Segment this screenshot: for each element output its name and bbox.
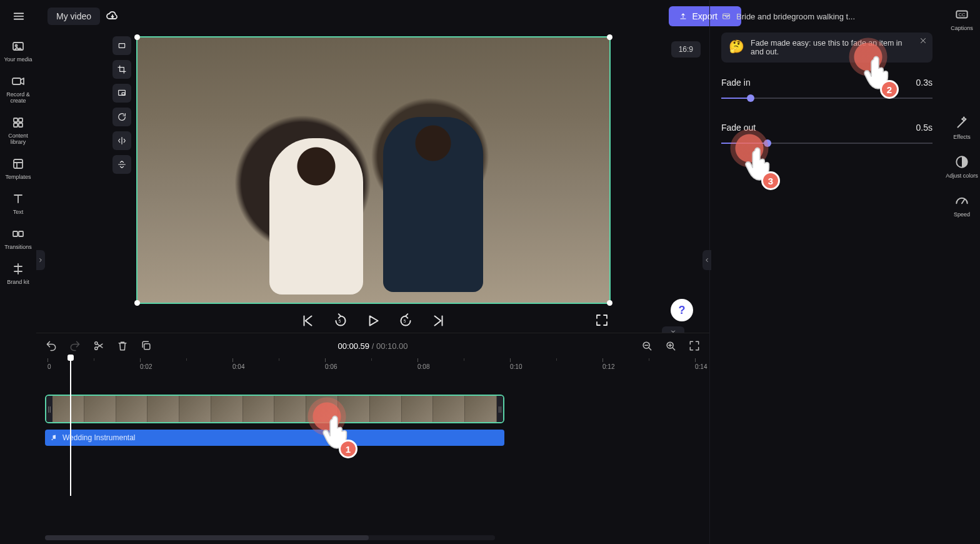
resize-handle-bl[interactable] <box>134 300 140 306</box>
split-button[interactable] <box>92 340 105 352</box>
fade-in-label: Fade in <box>721 78 751 88</box>
svg-rect-15 <box>13 231 18 236</box>
camera-icon <box>11 74 26 89</box>
properties-panel: Bride and bridegroom walking t... 🤔 Fade… <box>709 0 944 544</box>
zoom-in-button[interactable] <box>664 340 677 352</box>
crop-tool[interactable] <box>112 60 131 79</box>
preview-canvas[interactable] <box>136 36 611 304</box>
zoom-fit-button[interactable] <box>688 340 701 352</box>
sidebar-brand-kit[interactable]: Brand kit <box>2 261 34 285</box>
audio-clip[interactable]: Wedding Instrumental <box>45 430 504 446</box>
rotate-tool[interactable] <box>112 108 131 126</box>
fit-tool[interactable] <box>112 36 131 55</box>
pip-tool[interactable] <box>112 84 131 103</box>
tip-text: Fade made easy: use this to fade an item… <box>751 39 910 56</box>
ruler-tick: 0:10 <box>510 358 522 370</box>
hamburger-menu[interactable] <box>8 5 30 28</box>
transitions-icon <box>11 226 26 241</box>
cloud-sync-icon <box>105 9 120 24</box>
flip-h-tool[interactable] <box>112 131 131 150</box>
svg-rect-8 <box>14 123 18 127</box>
fullscreen-button[interactable] <box>594 313 609 328</box>
ruler-tick: 0:12 <box>602 358 614 370</box>
sidebar-text[interactable]: Text <box>2 191 34 215</box>
sidebar-templates[interactable]: Templates <box>2 156 34 180</box>
speed-tab[interactable]: Speed <box>946 193 978 218</box>
fade-in-slider[interactable] <box>721 94 932 103</box>
contrast-icon <box>954 154 970 170</box>
scrollbar-thumb[interactable] <box>45 535 369 540</box>
clip-title: Bride and bridegroom walking t... <box>736 12 855 21</box>
clip-right-handle[interactable]: || <box>497 396 503 422</box>
redo-button[interactable] <box>69 340 81 352</box>
right-sidebar: CC Captions Effects Adjust colors Speed <box>944 0 980 544</box>
skip-start-button[interactable] <box>300 313 316 329</box>
fade-out-value: 0.5s <box>916 123 932 133</box>
captions-tab[interactable]: CC Captions <box>946 6 978 31</box>
upload-icon <box>679 12 688 21</box>
sidebar-content-library[interactable]: Content library <box>2 115 34 145</box>
fade-out-slider[interactable] <box>721 139 932 148</box>
delete-button[interactable] <box>116 340 129 352</box>
resize-handle-tl[interactable] <box>134 34 140 40</box>
resize-handle-br[interactable] <box>607 300 612 306</box>
video-clip[interactable]: || || <box>45 395 504 423</box>
fade-tip-card: 🤔 Fade made easy: use this to fade an it… <box>721 33 932 63</box>
sidebar-your-media[interactable]: Your media <box>2 39 34 63</box>
audio-clip-label: Wedding Instrumental <box>62 433 136 442</box>
captions-icon: CC <box>954 6 970 23</box>
svg-text:5: 5 <box>338 319 341 323</box>
templates-icon <box>11 156 26 171</box>
preview-content <box>269 138 363 295</box>
svg-line-42 <box>962 199 964 204</box>
thinking-emoji-icon: 🤔 <box>729 39 744 56</box>
svg-rect-7 <box>19 118 22 122</box>
play-button[interactable] <box>365 313 381 329</box>
rewind-5s-button[interactable]: 5 <box>332 313 349 329</box>
ruler-tick: 0:02 <box>140 358 152 370</box>
timeline-tracks: || || Wedding Instrumental <box>45 395 704 446</box>
sidebar-record-create[interactable]: Record & create <box>2 74 34 104</box>
clip-left-handle[interactable]: || <box>46 396 52 422</box>
playhead[interactable] <box>70 358 71 496</box>
fade-out-label: Fade out <box>721 123 756 133</box>
zoom-out-button[interactable] <box>641 340 653 352</box>
timecode-display: 00:00.59 / 00:10.00 <box>338 341 408 351</box>
svg-marker-22 <box>369 316 378 325</box>
right-panel-collapse-toggle[interactable] <box>702 250 711 270</box>
svg-rect-10 <box>14 159 22 168</box>
svg-text:5: 5 <box>403 319 406 323</box>
help-button[interactable]: ? <box>671 299 693 321</box>
fade-in-knob[interactable] <box>747 94 754 102</box>
canvas-tool-column <box>112 36 131 174</box>
undo-button[interactable] <box>45 340 58 352</box>
forward-5s-button[interactable]: 5 <box>398 313 414 329</box>
svg-rect-17 <box>119 44 124 48</box>
skip-end-button[interactable] <box>430 313 446 329</box>
wand-icon <box>954 115 970 131</box>
fade-out-knob[interactable] <box>764 139 771 147</box>
gauge-icon <box>954 193 970 209</box>
effects-tab[interactable]: Effects <box>946 115 978 140</box>
project-title[interactable]: My video <box>48 8 100 25</box>
flip-v-tool[interactable] <box>112 155 131 174</box>
timeline-scrollbar[interactable] <box>45 535 495 540</box>
aspect-ratio-selector[interactable]: 16:9 <box>671 41 701 58</box>
svg-rect-27 <box>144 344 150 350</box>
svg-rect-35 <box>723 14 730 19</box>
svg-rect-6 <box>14 118 18 122</box>
preview-area: 16:9 5 5 ? <box>36 33 709 333</box>
duplicate-button[interactable] <box>140 340 152 352</box>
dismiss-tip-button[interactable] <box>919 36 928 47</box>
timeline-toolbar: 00:00.59 / 00:10.00 <box>36 333 709 358</box>
svg-point-4 <box>16 45 18 47</box>
ruler-tick: 0:08 <box>418 358 429 370</box>
text-icon <box>11 191 26 206</box>
timeline-ruler[interactable]: 00:020:040:060:080:100:120:14 <box>45 358 704 373</box>
sidebar-transitions[interactable]: Transitions <box>2 226 34 250</box>
ruler-tick: 0 <box>48 358 51 370</box>
ruler-tick: 0:06 <box>325 358 337 370</box>
adjust-colors-tab[interactable]: Adjust colors <box>946 154 978 179</box>
resize-handle-tr[interactable] <box>607 34 612 40</box>
music-note-icon <box>50 434 58 441</box>
